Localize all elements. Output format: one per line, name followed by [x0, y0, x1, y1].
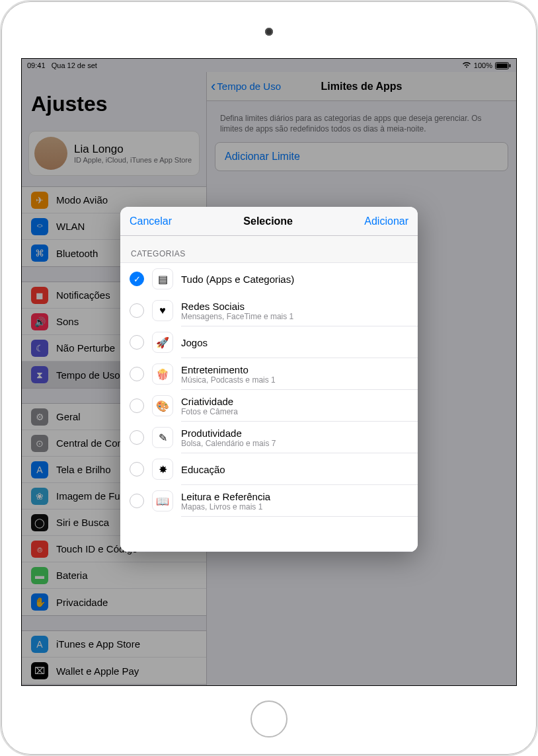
- sidebar-item-label: Modo Avião: [56, 194, 108, 206]
- screen: 09:41 Qua 12 de set 100% Ajustes: [21, 58, 517, 686]
- profile-sub: ID Apple, iCloud, iTunes e App Store: [74, 156, 192, 164]
- sidebar-item-label: WLAN: [56, 221, 85, 232]
- sidebar-item-label: iTunes e App Store: [56, 638, 140, 650]
- sidebar-item-label: Wallet e Apple Pay: [56, 665, 139, 677]
- category-row[interactable]: 🚀Jogos: [120, 326, 418, 358]
- category-picker-modal: Cancelar Selecione Adicionar CATEGORIAS …: [120, 207, 418, 552]
- status-date: Qua 12 de set: [52, 61, 97, 69]
- sidebar-item-icon: ⌔: [31, 218, 48, 235]
- settings-title: Ajustes: [22, 72, 206, 122]
- category-icon: 🚀: [152, 332, 173, 353]
- sidebar-item-icon: A: [31, 461, 48, 478]
- battery-percent: 100%: [474, 61, 492, 69]
- back-button[interactable]: ‹ Tempo de Uso: [211, 79, 281, 94]
- battery-icon: [495, 62, 511, 69]
- home-button[interactable]: [250, 700, 288, 737]
- clock: 09:41: [27, 61, 46, 69]
- radio-unchecked-icon[interactable]: [130, 367, 144, 381]
- category-icon: 📖: [152, 490, 173, 511]
- category-row[interactable]: ✓▤Tudo (Apps e Categorias): [120, 263, 418, 295]
- back-label: Tempo de Uso: [217, 81, 281, 92]
- camera-dot: [265, 28, 273, 36]
- sidebar-item[interactable]: ⌧Wallet e Apple Pay: [22, 658, 206, 684]
- profile-name: Lia Longo: [74, 143, 192, 156]
- add-limit-button[interactable]: Adicionar Limite: [215, 142, 508, 171]
- cancel-button[interactable]: Cancelar: [130, 215, 172, 227]
- wifi-icon: [462, 61, 471, 69]
- sidebar-item[interactable]: ✋Privacidade: [22, 589, 206, 615]
- sidebar-item-icon: ▬: [31, 567, 48, 584]
- sidebar-item-icon: ⧗: [31, 366, 48, 383]
- status-left: 09:41 Qua 12 de set: [27, 61, 97, 69]
- category-icon: 🎨: [152, 395, 173, 416]
- radio-unchecked-icon[interactable]: [130, 398, 144, 413]
- sidebar-item-icon: ✈: [31, 192, 48, 209]
- sidebar-item-icon: ⚙: [31, 408, 48, 426]
- status-right: 100%: [462, 61, 511, 69]
- sidebar-item-label: Tempo de Uso: [56, 369, 120, 381]
- modal-title: Selecione: [243, 215, 293, 227]
- sidebar-item-icon: 🔊: [31, 313, 48, 330]
- radio-unchecked-icon[interactable]: [130, 335, 144, 350]
- category-subtitle: Mapas, Livros e mais 1: [181, 502, 270, 511]
- category-row[interactable]: ✎ProdutividadeBolsa, Calendário e mais 7: [120, 422, 418, 453]
- sidebar-item-icon: A: [31, 636, 48, 653]
- category-subtitle: Música, Podcasts e mais 1: [181, 375, 276, 385]
- sidebar-item-icon: ◼: [31, 287, 48, 304]
- category-row[interactable]: 🎨CriatividadeFotos e Câmera: [120, 390, 418, 422]
- sidebar-item-icon: ◯: [31, 514, 48, 531]
- sidebar-item-label: Sons: [56, 316, 79, 327]
- category-icon: ♥: [152, 300, 173, 321]
- sidebar-item-label: Siri e Busca: [56, 517, 109, 528]
- sidebar-item-label: Notificações: [56, 289, 110, 301]
- detail-description: Defina limites diários para as categoria…: [215, 109, 508, 142]
- category-title: Redes Sociais: [181, 301, 293, 312]
- sidebar-item-icon: ⌧: [31, 662, 48, 679]
- sidebar-item-label: Privacidade: [56, 597, 108, 608]
- category-title: Jogos: [181, 337, 208, 348]
- radio-unchecked-icon[interactable]: [130, 430, 144, 445]
- radio-unchecked-icon[interactable]: [130, 494, 144, 508]
- categories-header: CATEGORIAS: [120, 236, 418, 262]
- profile-cell[interactable]: Lia Longo ID Apple, iCloud, iTunes e App…: [28, 131, 200, 176]
- sidebar-item-icon: ⌾: [31, 541, 48, 558]
- category-row[interactable]: ✸Educação: [120, 453, 418, 485]
- category-title: Criatividade: [181, 396, 238, 407]
- sidebar-item[interactable]: ▬Bateria: [22, 562, 206, 589]
- detail-title: Limites de Apps: [321, 81, 403, 93]
- category-title: Tudo (Apps e Categorias): [181, 274, 294, 285]
- radio-checked-icon[interactable]: ✓: [130, 272, 144, 286]
- category-row[interactable]: 📖Leitura e ReferênciaMapas, Livros e mai…: [120, 485, 418, 517]
- svg-rect-2: [510, 64, 511, 67]
- avatar: [34, 137, 67, 170]
- category-list[interactable]: ✓▤Tudo (Apps e Categorias)♥Redes Sociais…: [120, 262, 418, 552]
- svg-rect-1: [496, 63, 508, 68]
- sidebar-item-label: Não Perturbe: [56, 342, 115, 354]
- category-icon: ✸: [152, 459, 173, 480]
- category-title: Produtividade: [181, 428, 276, 439]
- sidebar-item-icon: ✋: [31, 593, 48, 611]
- chevron-left-icon: ‹: [211, 79, 215, 94]
- category-title: Entretenimento: [181, 364, 276, 375]
- ipad-frame: 09:41 Qua 12 de set 100% Ajustes: [0, 0, 538, 756]
- sidebar-item-icon: ⌘: [31, 245, 48, 262]
- sidebar-item-label: Bateria: [56, 570, 88, 581]
- category-row[interactable]: ♥Redes SociaisMensagens, FaceTime e mais…: [120, 295, 418, 326]
- detail-nav: ‹ Tempo de Uso Limites de Apps: [207, 72, 516, 101]
- category-subtitle: Fotos e Câmera: [181, 407, 238, 416]
- category-row[interactable]: 🍿EntretenimentoMúsica, Podcasts e mais 1: [120, 358, 418, 390]
- sidebar-item[interactable]: AiTunes e App Store: [22, 631, 206, 658]
- sidebar-item-icon: ❀: [31, 488, 48, 505]
- category-icon: ▤: [152, 268, 173, 289]
- modal-nav: Cancelar Selecione Adicionar: [120, 207, 418, 236]
- sidebar-item-label: Bluetooth: [56, 248, 98, 259]
- confirm-button[interactable]: Adicionar: [364, 215, 408, 227]
- category-icon: ✎: [152, 427, 173, 448]
- sidebar-item-icon: ⊙: [31, 435, 48, 452]
- category-title: Educação: [181, 464, 225, 475]
- sidebar-item-label: Tela e Brilho: [56, 464, 111, 475]
- category-subtitle: Bolsa, Calendário e mais 7: [181, 439, 276, 448]
- radio-unchecked-icon[interactable]: [130, 303, 144, 318]
- radio-unchecked-icon[interactable]: [130, 462, 144, 476]
- category-subtitle: Mensagens, FaceTime e mais 1: [181, 312, 293, 321]
